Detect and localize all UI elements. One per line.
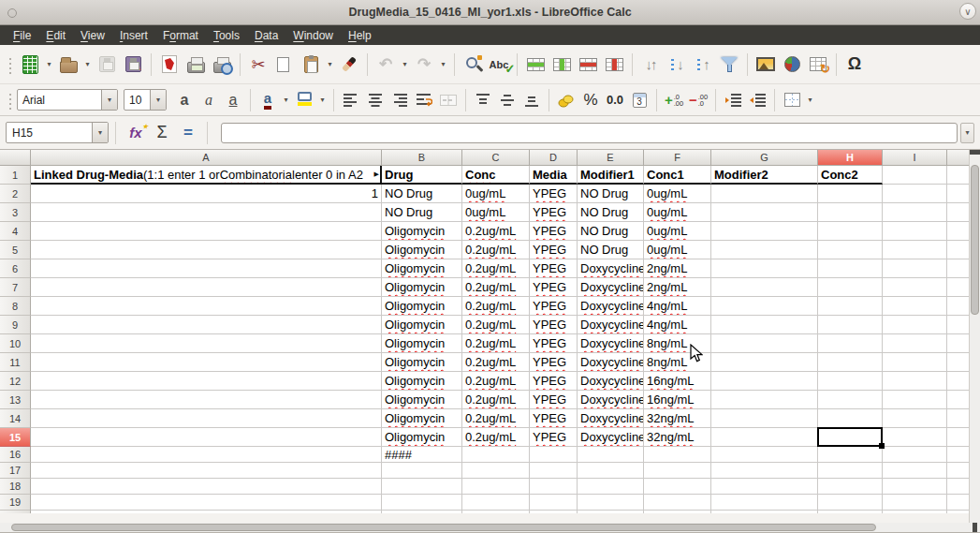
cell[interactable]: [31, 259, 382, 278]
cell[interactable]: [31, 353, 382, 372]
cell-cursor-H15[interactable]: [817, 427, 883, 447]
cell-C5[interactable]: 0.2ug/mL: [462, 241, 530, 259]
borders-button[interactable]: [780, 88, 804, 112]
delete-column-button[interactable]: [601, 51, 627, 79]
cell-B13[interactable]: Oligomycin: [382, 391, 462, 409]
cell[interactable]: [883, 391, 947, 409]
cell[interactable]: [711, 463, 818, 479]
cell-F12[interactable]: 16ng/mL: [644, 372, 711, 391]
cell-F15[interactable]: 32ng/mL: [644, 428, 711, 447]
cell[interactable]: [462, 447, 530, 463]
cell[interactable]: [947, 259, 969, 278]
cell[interactable]: [31, 203, 382, 222]
cell-F4[interactable]: 0ug/mL: [644, 222, 711, 241]
row-header-13[interactable]: 13: [0, 391, 31, 409]
number-format-button[interactable]: 0.0: [603, 88, 627, 112]
row-header-8[interactable]: 8: [0, 297, 31, 316]
cell-B10[interactable]: Oligomycin: [382, 334, 462, 353]
row-header-16[interactable]: 16: [0, 447, 31, 463]
cell[interactable]: [818, 222, 883, 241]
cell-E9[interactable]: Doxycycline: [578, 316, 644, 334]
cell-D6[interactable]: YPEG: [530, 259, 578, 278]
align-right-button[interactable]: [388, 88, 412, 112]
toolbar-grip[interactable]: [7, 55, 13, 74]
font-color-button[interactable]: a: [256, 88, 280, 112]
cell-D7[interactable]: YPEG: [530, 278, 578, 297]
cell-A1[interactable]: Linked Drug-Media (1:1 enter 1 or Combin…: [31, 166, 382, 185]
row-header-3[interactable]: 3: [0, 203, 31, 222]
cell-D10[interactable]: YPEG: [530, 334, 578, 353]
cell-H1[interactable]: Conc2: [818, 166, 883, 185]
row-header-15[interactable]: 15: [0, 428, 31, 447]
cell[interactable]: [578, 447, 644, 463]
cell[interactable]: [883, 334, 947, 353]
cell-C14[interactable]: 0.2ug/mL: [462, 409, 530, 428]
row-header-7[interactable]: 7: [0, 278, 31, 297]
new-document-dropdown[interactable]: ▾: [43, 51, 55, 79]
cell-E15[interactable]: Doxycycline: [578, 428, 644, 447]
wrap-text-button[interactable]: [412, 88, 436, 112]
cell[interactable]: [530, 447, 578, 463]
spelling-button[interactable]: Abc: [486, 51, 512, 79]
cell[interactable]: [883, 495, 947, 511]
italic-button[interactable]: a: [197, 88, 221, 112]
cell[interactable]: [711, 278, 818, 297]
cell[interactable]: [711, 259, 818, 278]
menu-file[interactable]: File: [6, 27, 38, 44]
row-header-2[interactable]: 2: [0, 185, 31, 203]
cell[interactable]: [947, 222, 969, 241]
cell-E6[interactable]: Doxycycline: [578, 259, 644, 278]
cell[interactable]: [578, 463, 644, 479]
cell[interactable]: [31, 409, 382, 428]
cell[interactable]: [644, 463, 711, 479]
cell-E7[interactable]: Doxycycline: [578, 278, 644, 297]
cell[interactable]: [947, 241, 969, 259]
cell[interactable]: [947, 166, 969, 185]
cell[interactable]: [711, 391, 818, 409]
export-pdf-button[interactable]: [156, 51, 183, 79]
formula-input[interactable]: [221, 123, 958, 143]
cell-D4[interactable]: YPEG: [530, 222, 578, 241]
cell[interactable]: [947, 463, 969, 479]
clone-formatting-button[interactable]: [336, 51, 362, 79]
cell[interactable]: [31, 391, 382, 409]
cell[interactable]: [462, 495, 530, 511]
cell-F13[interactable]: 16ng/mL: [644, 391, 711, 409]
chevron-down-icon[interactable]: ▾: [101, 90, 117, 110]
cell[interactable]: [711, 495, 818, 511]
cell[interactable]: [711, 372, 818, 391]
menu-edit[interactable]: Edit: [38, 27, 73, 44]
cell[interactable]: [883, 203, 947, 222]
cell-C9[interactable]: 0.2ug/mL: [462, 316, 530, 334]
column-header-E[interactable]: E: [578, 150, 644, 166]
cell-D13[interactable]: YPEG: [530, 391, 578, 409]
cell[interactable]: [883, 241, 947, 259]
column-header-D[interactable]: D: [530, 150, 578, 166]
cell-D3[interactable]: YPEG: [530, 203, 578, 222]
sort-descending-button[interactable]: ↓: [664, 51, 690, 79]
cell[interactable]: [818, 353, 883, 372]
cell-F2[interactable]: 0ug/mL: [644, 185, 711, 203]
cell[interactable]: [947, 391, 969, 409]
cell[interactable]: [711, 409, 818, 428]
cell[interactable]: [578, 495, 644, 511]
insert-column-button[interactable]: [549, 51, 575, 79]
cell[interactable]: [31, 495, 382, 511]
cell[interactable]: [883, 463, 947, 479]
sort-button[interactable]: ↓↑: [637, 51, 664, 79]
cell[interactable]: [883, 297, 947, 316]
cell-E13[interactable]: Doxycycline: [578, 391, 644, 409]
cell[interactable]: [818, 278, 883, 297]
cell-C13[interactable]: 0.2ug/mL: [462, 391, 530, 409]
cell-F3[interactable]: 0ug/mL: [644, 203, 711, 222]
save-button[interactable]: [94, 51, 120, 79]
equals-button[interactable]: =: [175, 121, 201, 145]
cell-D11[interactable]: YPEG: [530, 353, 578, 372]
column-header-H[interactable]: H: [818, 150, 883, 166]
cell[interactable]: [711, 222, 818, 241]
cell[interactable]: [883, 372, 947, 391]
cell-B5[interactable]: Oligomycin: [382, 241, 462, 259]
cell-F1[interactable]: Conc1: [644, 166, 711, 185]
cell[interactable]: [947, 185, 969, 203]
cell-E2[interactable]: NO Drug: [578, 185, 644, 203]
